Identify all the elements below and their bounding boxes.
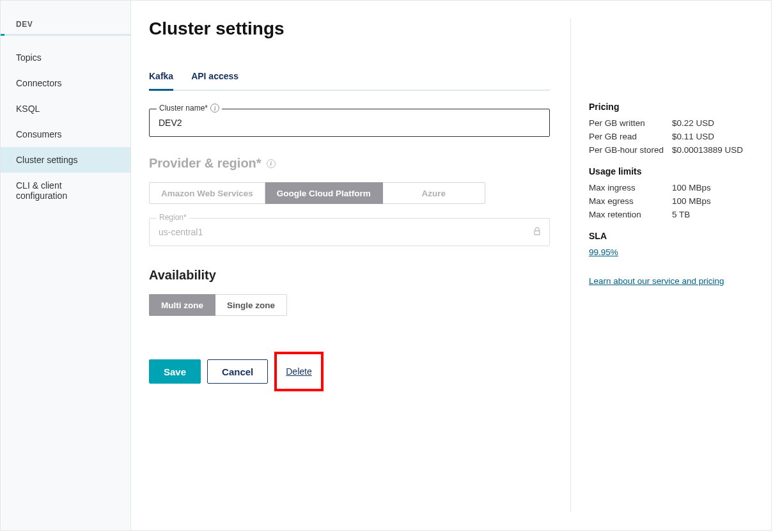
pricing-key: Per GB written: [589, 118, 672, 128]
delete-button[interactable]: Delete: [279, 359, 318, 384]
page-title: Cluster settings: [149, 19, 550, 39]
info-icon[interactable]: i: [210, 104, 219, 113]
pricing-key: Per GB read: [589, 132, 672, 141]
sidebar-item-topics[interactable]: Topics: [1, 45, 130, 70]
pricing-heading: Pricing: [589, 102, 756, 112]
sidebar-item-connectors[interactable]: Connectors: [1, 70, 130, 96]
sidebar-item-cli-client-config[interactable]: CLI & client configuration: [1, 173, 130, 208]
availability-toggle-group: Multi zone Single zone: [149, 294, 287, 316]
region-input: [149, 218, 550, 246]
pricing-key: Per GB-hour stored: [589, 145, 672, 155]
pricing-val: $0.11 USD: [672, 132, 714, 141]
provider-azure[interactable]: Azure: [383, 182, 485, 204]
region-label: Region*: [157, 213, 189, 222]
sla-heading: SLA: [589, 231, 756, 241]
cluster-name-field: Cluster name* i: [149, 109, 550, 137]
cluster-name-label-text: Cluster name*: [159, 104, 208, 113]
pricing-val: $0.00013889 USD: [672, 145, 743, 155]
cluster-name-input[interactable]: [149, 109, 550, 137]
learn-service-pricing-link[interactable]: Learn about our service and pricing: [589, 276, 724, 286]
sidebar-item-consumers[interactable]: Consumers: [1, 121, 130, 147]
cancel-button[interactable]: Cancel: [207, 359, 268, 384]
usage-row: Max ingress 100 MBps: [589, 183, 756, 192]
sidebar: DEV Topics Connectors KSQL Consumers Clu…: [1, 1, 131, 530]
provider-region-heading: Provider & region* i: [149, 156, 550, 171]
availability-multi-zone[interactable]: Multi zone: [149, 294, 215, 316]
usage-key: Max egress: [589, 196, 672, 206]
usage-val: 5 TB: [672, 210, 690, 219]
cluster-name-label: Cluster name* i: [157, 104, 222, 113]
sidebar-header: DEV: [1, 12, 130, 34]
usage-row: Max egress 100 MBps: [589, 196, 756, 206]
pricing-row: Per GB-hour stored $0.00013889 USD: [589, 145, 756, 155]
usage-row: Max retention 5 TB: [589, 210, 756, 219]
tab-api-access[interactable]: API access: [191, 71, 238, 91]
side-info-panel: Pricing Per GB written $0.22 USD Per GB …: [570, 19, 756, 512]
sidebar-item-cluster-settings[interactable]: Cluster settings: [1, 147, 130, 173]
content: Cluster settings Kafka API access Cluste…: [131, 1, 771, 530]
provider-region-heading-text: Provider & region*: [149, 156, 262, 171]
app-frame: DEV Topics Connectors KSQL Consumers Clu…: [0, 0, 772, 531]
pricing-val: $0.22 USD: [672, 118, 714, 128]
action-bar: Save Cancel Delete: [149, 352, 550, 391]
usage-key: Max ingress: [589, 183, 672, 192]
availability-single-zone[interactable]: Single zone: [215, 294, 287, 316]
tabs: Kafka API access: [149, 70, 550, 91]
provider-gcp[interactable]: Google Cloud Platform: [265, 182, 383, 204]
provider-toggle-group: Amazon Web Services Google Cloud Platfor…: [149, 182, 485, 204]
usage-key: Max retention: [589, 210, 672, 219]
pricing-row: Per GB written $0.22 USD: [589, 118, 756, 128]
lock-icon: [533, 227, 541, 237]
tab-kafka[interactable]: Kafka: [149, 71, 173, 91]
info-icon[interactable]: i: [267, 159, 276, 168]
save-button[interactable]: Save: [149, 359, 201, 384]
delete-highlight-box: Delete: [274, 352, 323, 391]
usage-val: 100 MBps: [672, 183, 711, 192]
sidebar-accent: [1, 34, 130, 36]
usage-heading: Usage limits: [589, 166, 756, 176]
sla-link[interactable]: 99.95%: [589, 247, 618, 257]
provider-aws[interactable]: Amazon Web Services: [149, 182, 265, 204]
region-field: Region*: [149, 218, 550, 246]
usage-val: 100 MBps: [672, 196, 711, 206]
main-panel: Cluster settings Kafka API access Cluste…: [149, 19, 570, 512]
availability-heading: Availability: [149, 268, 550, 283]
pricing-row: Per GB read $0.11 USD: [589, 132, 756, 141]
sidebar-item-ksql[interactable]: KSQL: [1, 96, 130, 121]
